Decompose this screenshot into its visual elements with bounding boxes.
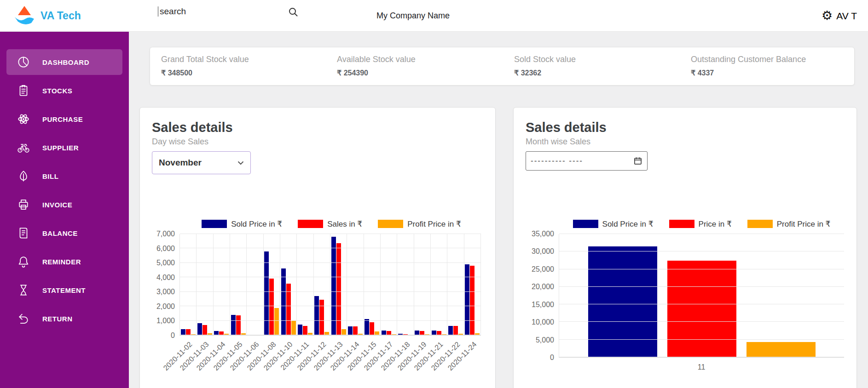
bar xyxy=(236,315,241,335)
sidebar-item-label: STATEMENT xyxy=(42,286,86,294)
bar xyxy=(291,321,296,335)
card-subtitle: Day wise Sales xyxy=(152,137,483,147)
stat-value: ₹ 348500 xyxy=(161,68,249,77)
legend-label: Profit Price in ₹ xyxy=(777,219,831,229)
sidebar-item-dashboard[interactable]: DASHBOARD xyxy=(6,49,122,75)
legend-item[interactable]: Profit Price in ₹ xyxy=(747,219,831,228)
gear-icon[interactable]: ⚙ xyxy=(822,10,833,22)
sidebar-item-balance[interactable]: BALANCE xyxy=(6,220,122,246)
y-tick-label: 7,000 xyxy=(156,230,175,238)
bar xyxy=(588,246,657,357)
y-tick-label: 30,000 xyxy=(532,248,554,255)
bar xyxy=(281,268,286,335)
y-tick-label: 10,000 xyxy=(532,319,554,326)
bill-icon xyxy=(17,169,30,183)
user-initials[interactable]: AV T xyxy=(836,11,857,22)
return-icon xyxy=(17,312,30,325)
brand-logo[interactable]: VA Tech xyxy=(13,5,81,27)
sidebar-item-label: RETURN xyxy=(42,315,73,323)
x-axis: 2020-11-022020-11-032020-11-042020-11-05… xyxy=(179,336,481,384)
bar xyxy=(365,319,369,335)
sidebar-item-label: SUPPLIER xyxy=(42,144,79,152)
stat-label: Sold Stock value xyxy=(514,55,576,64)
plot xyxy=(559,234,844,358)
legend-label: Price in ₹ xyxy=(699,219,732,229)
stat-item: Grand Total Stock value₹ 348500 xyxy=(161,55,249,77)
legend-swatch xyxy=(202,220,227,228)
stocks-icon xyxy=(17,84,30,97)
card-subtitle: Month wise Sales xyxy=(526,137,845,147)
card-title: Sales details xyxy=(152,120,483,135)
legend-item[interactable]: Sales in ₹ xyxy=(298,219,362,228)
search-icon[interactable] xyxy=(288,6,299,19)
legend-item[interactable]: Profit Price in ₹ xyxy=(378,219,461,228)
bar xyxy=(298,325,302,335)
legend-item[interactable]: Sold Price in ₹ xyxy=(202,219,282,228)
chart-body: 01,0002,0003,0004,0005,0006,0007,000 202… xyxy=(152,234,483,384)
y-tick-label: 15,000 xyxy=(532,301,554,308)
legend-swatch xyxy=(747,220,773,228)
y-tick-label: 0 xyxy=(171,332,175,339)
plot-area: 11 xyxy=(559,234,844,371)
main-content: Grand Total Stock value₹ 348500Available… xyxy=(129,32,868,388)
y-axis: 01,0002,0003,0004,0005,0006,0007,000 xyxy=(152,234,179,336)
stat-item: Available Stock value₹ 254390 xyxy=(337,55,416,77)
reminder-icon xyxy=(17,255,30,268)
y-tick-label: 4,000 xyxy=(156,274,175,281)
bar xyxy=(470,266,475,335)
sidebar-items: DASHBOARDSTOCKSPURCHASESUPPLIERBILLINVOI… xyxy=(0,49,129,331)
y-tick-label: 5,000 xyxy=(536,337,554,344)
bar xyxy=(314,296,319,335)
plot-area: 2020-11-022020-11-032020-11-042020-11-05… xyxy=(179,234,481,384)
bar xyxy=(370,322,374,335)
day-sales-card: Sales details Day wise Sales November So… xyxy=(139,107,496,388)
month-select[interactable]: November xyxy=(152,151,251,174)
sidebar-item-bill[interactable]: BILL xyxy=(6,163,122,189)
legend-swatch xyxy=(669,220,694,228)
sidebar-item-label: REMINDER xyxy=(42,258,81,266)
sidebar-item-reminder[interactable]: REMINDER xyxy=(6,249,122,274)
sidebar-item-label: BALANCE xyxy=(42,229,78,237)
bar xyxy=(197,323,202,335)
y-tick-label: 35,000 xyxy=(532,230,554,238)
y-tick-label: 2,000 xyxy=(156,303,175,310)
sidebar-item-return[interactable]: RETURN xyxy=(6,306,122,331)
brand-name: VA Tech xyxy=(41,10,81,22)
sidebar-item-purchase[interactable]: PURCHASE xyxy=(6,106,122,132)
stat-item: Sold Stock value₹ 32362 xyxy=(514,55,576,77)
legend-label: Sold Price in ₹ xyxy=(602,219,654,229)
month-input[interactable]: ---------- ---- xyxy=(526,151,648,171)
bar xyxy=(465,264,469,335)
bar xyxy=(264,251,269,335)
bar xyxy=(348,326,353,335)
legend-item[interactable]: Price in ₹ xyxy=(669,219,732,228)
calendar-icon[interactable] xyxy=(633,156,642,165)
stat-value: ₹ 254390 xyxy=(337,68,416,77)
month-input-value: ---------- ---- xyxy=(531,156,583,165)
stat-label: Outstanding Customer Balance xyxy=(691,55,806,64)
x-axis: 11 xyxy=(559,358,844,371)
legend-label: Sold Price in ₹ xyxy=(231,219,282,229)
bar xyxy=(448,326,453,335)
sidebar-item-label: BILL xyxy=(42,172,58,180)
sidebar-item-stocks[interactable]: STOCKS xyxy=(6,78,122,103)
y-tick-label: 20,000 xyxy=(532,283,554,291)
sidebar-item-supplier[interactable]: SUPPLIER xyxy=(6,135,122,160)
sidebar-item-invoice[interactable]: INVOICE xyxy=(6,192,122,217)
search-input[interactable] xyxy=(158,6,273,17)
sidebar-item-statement[interactable]: STATEMENT xyxy=(6,277,122,303)
legend-label: Sales in ₹ xyxy=(327,219,362,229)
chart-legend: Sold Price in ₹Sales in ₹Profit Price in… xyxy=(179,219,483,228)
top-bar: VA Tech My Company Name ⚙ AV T xyxy=(0,0,868,32)
purchase-icon xyxy=(17,112,30,126)
day-sales-chart: Sold Price in ₹Sales in ₹Profit Price in… xyxy=(152,219,483,384)
chevron-down-icon xyxy=(237,161,244,165)
legend-item[interactable]: Sold Price in ₹ xyxy=(573,219,654,228)
legend-swatch xyxy=(298,220,323,228)
month-sales-chart: Sold Price in ₹Price in ₹Profit Price in… xyxy=(526,219,845,371)
supplier-icon xyxy=(17,141,30,154)
sidebar-item-label: STOCKS xyxy=(42,87,72,95)
bar xyxy=(203,325,207,335)
y-tick-label: 0 xyxy=(550,354,554,361)
bar xyxy=(319,300,324,335)
